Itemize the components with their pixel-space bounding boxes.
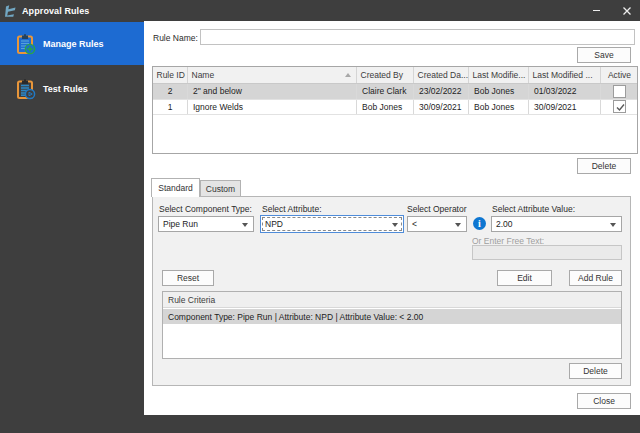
grid-column-header[interactable]: Created By	[357, 67, 414, 83]
grid-cell: Bob Jones	[469, 100, 529, 115]
clipboard-play-icon	[15, 78, 37, 100]
free-text-input[interactable]	[472, 245, 622, 260]
tab-standard[interactable]: Standard	[151, 178, 200, 197]
grid-cell: Claire Clark	[357, 84, 414, 99]
component-type-label: Select Component Type:	[159, 204, 252, 214]
active-checkbox-unchecked[interactable]	[613, 85, 626, 98]
window-title: Approval Rules	[22, 6, 89, 16]
close-x-icon	[616, 0, 638, 21]
attribute-label: Select Attribute:	[262, 204, 322, 214]
grid-column-header[interactable]: Rule ID	[153, 67, 188, 83]
rule-name-label: Rule Name:	[153, 33, 198, 43]
grid-cell: 30/09/2021	[414, 100, 469, 115]
grid-column-header[interactable]: Created Da...	[414, 67, 469, 83]
grid-cell: 2" and below	[188, 84, 357, 99]
grid-cell: Bob Jones	[357, 100, 414, 115]
grid-cell-active	[601, 84, 638, 99]
grid-column-header[interactable]: Name	[188, 67, 357, 83]
chevron-down-icon	[610, 223, 616, 227]
reset-button[interactable]: Reset	[162, 270, 214, 286]
sort-ascending-icon	[345, 73, 351, 77]
operator-combobox[interactable]: <	[407, 216, 467, 232]
grid-column-header[interactable]: Active	[601, 67, 638, 83]
active-checkbox-checked[interactable]	[613, 100, 626, 113]
attribute-combobox[interactable]: NPD	[260, 215, 404, 233]
minimize-button[interactable]	[585, 0, 607, 21]
sidebar: Manage Rules Test Rules	[0, 21, 144, 433]
info-icon[interactable]: i	[473, 217, 486, 230]
clipboard-plus-icon	[15, 33, 37, 55]
grid-cell: 01/03/2022	[529, 84, 601, 99]
add-rule-button[interactable]: Add Rule	[569, 270, 622, 286]
sidebar-item-label: Manage Rules	[43, 39, 104, 49]
criteria-row[interactable]: Component Type: Pipe Run | Attribute: NP…	[163, 309, 621, 324]
app-logo-icon	[5, 5, 18, 17]
sidebar-item-manage-rules[interactable]: Manage Rules	[0, 22, 144, 65]
sidebar-item-label: Test Rules	[43, 84, 88, 94]
attribute-value-label: Select Attribute Value:	[492, 204, 575, 214]
close-button[interactable]: Close	[577, 393, 631, 409]
component-type-combobox[interactable]: Pipe Run	[158, 216, 254, 232]
chevron-down-icon	[392, 223, 398, 227]
tab-custom[interactable]: Custom	[200, 180, 241, 197]
rule-criteria-grid[interactable]: Rule Criteria Component Type: Pipe Run |…	[162, 291, 622, 359]
titlebar: Approval Rules	[0, 0, 640, 21]
close-window-button[interactable]	[616, 0, 638, 21]
grid-column-header[interactable]: Last Modified ...	[529, 67, 601, 83]
edit-button[interactable]: Edit	[497, 270, 552, 286]
operator-label: Select Operator	[407, 204, 467, 214]
rules-grid[interactable]: Rule IDNameCreated ByCreated Da...Last M…	[152, 66, 638, 154]
attribute-value-combobox[interactable]: 2.00	[491, 216, 622, 232]
rule-name-input[interactable]	[200, 29, 635, 45]
grid-cell: 1	[153, 100, 188, 115]
rule-criteria-header: Rule Criteria	[163, 292, 621, 308]
grid-cell: Ignore Welds	[188, 100, 357, 115]
save-button[interactable]: Save	[577, 47, 631, 63]
chevron-down-icon	[242, 223, 248, 227]
grid-cell: Bob Jones	[469, 84, 529, 99]
grid-cell: 23/02/2022	[414, 84, 469, 99]
delete-criteria-button[interactable]: Delete	[569, 363, 622, 379]
app-window: Approval Rules Manage Rules	[0, 0, 640, 433]
sidebar-item-test-rules[interactable]: Test Rules	[0, 67, 144, 110]
grid-column-header[interactable]: Last Modifie...	[469, 67, 529, 83]
grid-row[interactable]: 22" and belowClaire Clark23/02/2022Bob J…	[153, 84, 637, 100]
grid-cell: 2	[153, 84, 188, 99]
grid-row[interactable]: 1Ignore WeldsBob Jones30/09/2021Bob Jone…	[153, 100, 637, 116]
grid-cell: 30/09/2021	[529, 100, 601, 115]
grid-cell-active	[601, 100, 638, 115]
grid-header-row: Rule IDNameCreated ByCreated Da...Last M…	[153, 67, 637, 84]
chevron-down-icon	[455, 223, 461, 227]
delete-rule-button[interactable]: Delete	[577, 158, 631, 174]
